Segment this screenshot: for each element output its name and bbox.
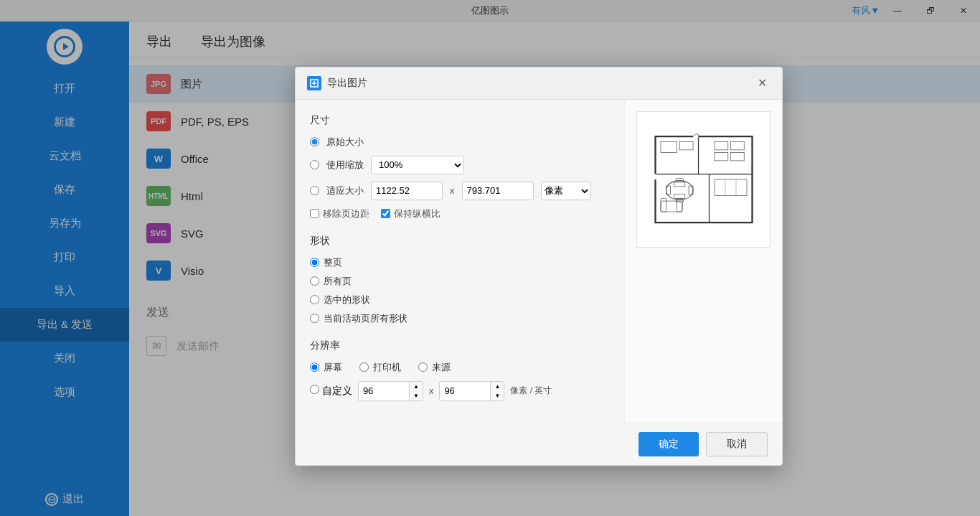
fit-unit-select[interactable]: 像素 英寸 xyxy=(541,182,591,200)
res-down2[interactable]: ▼ xyxy=(491,391,504,400)
res-input1[interactable] xyxy=(359,382,409,400)
svg-rect-21 xyxy=(661,201,682,212)
fit-size-radio[interactable] xyxy=(310,186,319,195)
current-page-radio[interactable] xyxy=(310,314,319,323)
svg-rect-6 xyxy=(679,141,693,149)
res-input1-wrapper: ▲ ▼ xyxy=(358,381,423,401)
custom-res-radio[interactable] xyxy=(310,385,319,394)
svg-rect-14 xyxy=(715,141,728,149)
resolution-section: 分辨率 屏幕 打印机 来源 xyxy=(310,339,610,401)
printer-res-option[interactable]: 打印机 xyxy=(359,361,401,374)
screen-res-radio[interactable] xyxy=(310,362,319,372)
svg-rect-16 xyxy=(715,152,728,160)
source-res-option[interactable]: 来源 xyxy=(418,361,451,374)
res-input2[interactable] xyxy=(440,382,490,400)
confirm-button[interactable]: 确定 xyxy=(639,432,699,456)
dialog-body: 尺寸 原始大小 使用缩放 100% 50% 200% 适应大小 xyxy=(296,100,782,423)
size-section: 尺寸 原始大小 使用缩放 100% 50% 200% 适应大小 xyxy=(310,114,610,220)
original-size-row: 原始大小 xyxy=(310,136,610,149)
remove-margin-checkbox[interactable] xyxy=(310,209,319,218)
selected-shapes-radio[interactable] xyxy=(310,295,319,304)
resolution-section-label: 分辨率 xyxy=(310,339,610,352)
svg-rect-5 xyxy=(661,141,677,152)
x-separator: x xyxy=(450,185,455,196)
source-res-radio[interactable] xyxy=(418,362,428,372)
all-pages-option[interactable]: 所有页 xyxy=(310,275,610,288)
cancel-button[interactable]: 取消 xyxy=(706,432,768,456)
full-page-radio[interactable] xyxy=(310,258,319,267)
screen-res-option[interactable]: 屏幕 xyxy=(310,361,342,374)
printer-res-radio[interactable] xyxy=(359,362,369,372)
x-separator2: x xyxy=(429,385,434,396)
export-image-dialog: 导出图片 ✕ 尺寸 原始大小 使用缩放 100% 50% 200% xyxy=(295,67,783,466)
custom-resolution-row: 自定义 ▲ ▼ x ▲ ▼ xyxy=(310,381,610,401)
dialog-preview-panel xyxy=(624,100,782,423)
remove-margin-label[interactable]: 移除页边距 xyxy=(310,207,369,220)
dialog-footer: 确定 取消 xyxy=(296,423,782,465)
svg-rect-8 xyxy=(674,182,684,186)
full-page-option[interactable]: 整页 xyxy=(310,256,610,269)
preview-box xyxy=(636,111,771,248)
custom-res-option[interactable]: 自定义 xyxy=(310,385,352,398)
res-unit: 像素 / 英寸 xyxy=(510,385,552,397)
scale-size-radio[interactable] xyxy=(310,160,319,169)
res-spinners2: ▲ ▼ xyxy=(490,382,504,400)
current-page-option[interactable]: 当前活动页所有形状 xyxy=(310,312,610,325)
fit-height-input[interactable] xyxy=(462,182,534,200)
original-size-radio[interactable] xyxy=(310,137,319,146)
svg-rect-9 xyxy=(674,194,684,198)
svg-rect-12 xyxy=(676,178,684,182)
selected-shapes-option[interactable]: 选中的形状 xyxy=(310,294,610,306)
res-spinners1: ▲ ▼ xyxy=(409,382,423,400)
svg-rect-17 xyxy=(730,152,744,160)
all-pages-radio[interactable] xyxy=(310,276,319,286)
res-up1[interactable]: ▲ xyxy=(410,382,423,391)
res-up2[interactable]: ▲ xyxy=(491,382,504,391)
checkbox-row: 移除页边距 保持纵横比 xyxy=(310,207,610,220)
svg-rect-15 xyxy=(730,141,744,149)
resolution-options: 屏幕 打印机 来源 xyxy=(310,361,610,374)
dialog-title-icon xyxy=(307,76,321,90)
keep-ratio-checkbox[interactable] xyxy=(381,209,390,218)
svg-rect-4 xyxy=(709,174,752,222)
scale-size-label[interactable]: 使用缩放 xyxy=(326,159,364,172)
shape-options: 整页 所有页 选中的形状 当前活动页所有形状 xyxy=(310,256,610,325)
dialog-left-panel: 尺寸 原始大小 使用缩放 100% 50% 200% 适应大小 xyxy=(296,100,624,423)
svg-rect-22 xyxy=(661,198,666,212)
fit-size-row: 适应大小 x 像素 英寸 xyxy=(310,182,610,200)
fit-size-label[interactable]: 适应大小 xyxy=(326,184,364,197)
dialog-close-button[interactable]: ✕ xyxy=(753,75,771,92)
res-input2-wrapper: ▲ ▼ xyxy=(439,381,504,401)
keep-ratio-label[interactable]: 保持纵横比 xyxy=(381,207,440,220)
dialog-titlebar: 导出图片 ✕ xyxy=(296,67,782,100)
floorplan-preview xyxy=(650,129,758,230)
size-section-label: 尺寸 xyxy=(310,114,610,127)
original-size-label[interactable]: 原始大小 xyxy=(326,136,364,149)
shape-section-label: 形状 xyxy=(310,235,610,248)
dialog-title: 导出图片 xyxy=(307,76,367,90)
fit-width-input[interactable] xyxy=(371,182,443,200)
dialog-title-text: 导出图片 xyxy=(327,77,367,90)
shape-section: 形状 整页 所有页 选中的形状 xyxy=(310,235,610,325)
scale-size-row: 使用缩放 100% 50% 200% xyxy=(310,156,610,174)
scale-select[interactable]: 100% 50% 200% xyxy=(371,156,464,174)
svg-rect-18 xyxy=(715,179,747,196)
res-down1[interactable]: ▼ xyxy=(410,391,423,400)
